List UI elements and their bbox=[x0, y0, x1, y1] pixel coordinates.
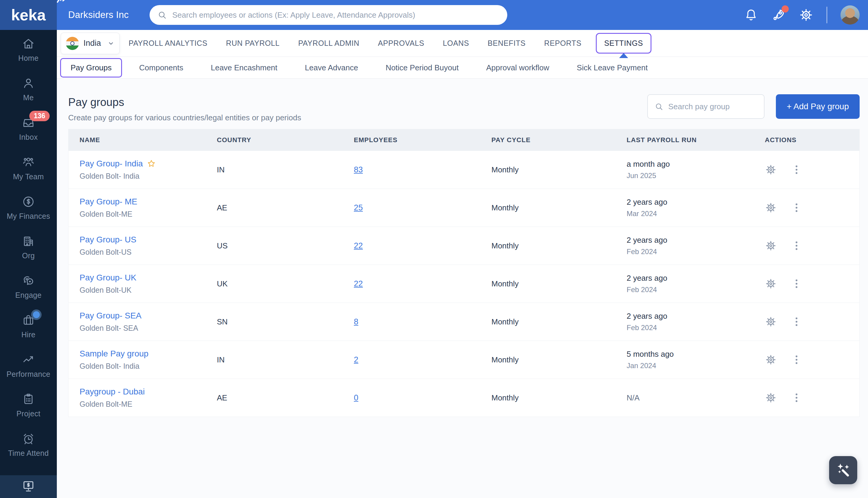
tab-loans[interactable]: LOANS bbox=[443, 39, 469, 48]
sidebar-item-payroll[interactable] bbox=[0, 475, 57, 498]
tab-settings[interactable]: SETTINGS bbox=[596, 33, 651, 54]
performance-icon bbox=[22, 353, 35, 367]
sidebar-item-my-team[interactable]: My Team bbox=[0, 148, 57, 188]
legal-entity-name: Golden Bolt-US bbox=[80, 248, 209, 257]
project-icon bbox=[22, 392, 35, 406]
table-row: Pay Group- India Golden Bolt- India IN 8… bbox=[68, 151, 859, 189]
pay-cycle: Monthly bbox=[484, 279, 619, 289]
pay-group-search-input[interactable] bbox=[668, 102, 757, 112]
row-settings-gear-icon[interactable] bbox=[765, 316, 777, 328]
pay-cycle: Monthly bbox=[484, 165, 619, 174]
magic-wand-icon bbox=[835, 462, 852, 479]
org-icon bbox=[22, 234, 35, 248]
row-settings-gear-icon[interactable] bbox=[765, 240, 777, 252]
whats-new-rocket-icon[interactable] bbox=[771, 8, 786, 22]
sidebar-item-org[interactable]: Org bbox=[0, 227, 57, 267]
employee-count-link[interactable]: 0 bbox=[354, 393, 358, 402]
row-more-kebab-icon[interactable] bbox=[790, 392, 802, 404]
employee-count-link[interactable]: 8 bbox=[354, 317, 358, 326]
pay-group-name-link[interactable]: Pay Group- SEA bbox=[80, 311, 141, 320]
legal-entity-label: India bbox=[83, 39, 101, 48]
pay-group-name-link[interactable]: Pay Group- US bbox=[80, 235, 136, 245]
inbox-count-badge: 136 bbox=[29, 111, 50, 121]
sidebar-item-hire[interactable]: Hire bbox=[0, 306, 57, 346]
magic-wand-button[interactable] bbox=[829, 456, 857, 484]
legal-entity-name: Golden Bolt- India bbox=[80, 362, 209, 370]
row-more-kebab-icon[interactable] bbox=[790, 202, 802, 214]
row-more-kebab-icon[interactable] bbox=[790, 240, 802, 252]
keka-logo: keka bbox=[0, 0, 57, 30]
tab-payroll-admin[interactable]: PAYROLL ADMIN bbox=[298, 39, 360, 48]
tab-run-payroll[interactable]: RUN PAYROLL bbox=[226, 39, 280, 48]
column-header-actions: ACTIONS bbox=[757, 136, 859, 144]
page-header-text: Pay groups Create pay groups for various… bbox=[68, 96, 301, 122]
subtab-pay-groups[interactable]: Pay Groups bbox=[60, 58, 122, 78]
topbar-actions bbox=[744, 0, 859, 30]
sidebar-item-project[interactable]: Project bbox=[0, 385, 57, 425]
sidebar-item-inbox[interactable]: Inbox 136 bbox=[0, 109, 57, 148]
subtab-sick-leave-payment[interactable]: Sick Leave Payment bbox=[577, 63, 648, 73]
subtab-leave-advance[interactable]: Leave Advance bbox=[305, 63, 358, 73]
legal-entity-selector[interactable]: India bbox=[61, 32, 120, 54]
pay-group-name-link[interactable]: Sample Pay group bbox=[80, 349, 148, 358]
row-more-kebab-icon[interactable] bbox=[790, 278, 802, 290]
pay-group-search[interactable] bbox=[647, 94, 764, 119]
sidebar-item-performance[interactable]: Performance bbox=[0, 346, 57, 385]
home-icon bbox=[22, 37, 35, 51]
table-row: Pay Group- US Golden Bolt-US US 22 Month… bbox=[68, 227, 859, 265]
table-row: Pay Group- ME Golden Bolt-ME AE 25 Month… bbox=[68, 189, 859, 227]
pay-group-name-link[interactable]: Pay Group- ME bbox=[80, 197, 137, 207]
subtab-notice-period-buyout[interactable]: Notice Period Buyout bbox=[385, 63, 459, 73]
module-nav: India PAYROLL ANALYTICSRUN PAYROLLPAYROL… bbox=[57, 30, 868, 57]
last-payroll-run: 2 years ago Mar 2024 bbox=[619, 198, 757, 218]
row-settings-gear-icon[interactable] bbox=[765, 164, 777, 176]
row-more-kebab-icon[interactable] bbox=[790, 354, 802, 366]
tab-payroll-analytics[interactable]: PAYROLL ANALYTICS bbox=[128, 39, 207, 48]
logo-spark-icon bbox=[56, 0, 68, 5]
last-payroll-run: 2 years ago Feb 2024 bbox=[619, 312, 757, 332]
row-more-kebab-icon[interactable] bbox=[790, 164, 802, 176]
pay-group-name-link[interactable]: Pay Group- India bbox=[80, 159, 143, 169]
country-code: AE bbox=[209, 203, 346, 212]
subtab-components[interactable]: Components bbox=[139, 63, 183, 73]
settings-gear-icon[interactable] bbox=[799, 8, 813, 22]
page-subtitle: Create pay groups for various countries/… bbox=[68, 113, 301, 122]
payroll-monitor-icon bbox=[22, 479, 35, 493]
table-row: Pay Group- SEA Golden Bolt- SEA SN 8 Mon… bbox=[68, 303, 859, 341]
user-avatar[interactable] bbox=[840, 5, 859, 25]
sidebar: keka Home Me Inbox 136 My Team My Financ… bbox=[0, 0, 57, 498]
global-search[interactable] bbox=[150, 5, 507, 25]
legal-entity-name: Golden Bolt-ME bbox=[80, 210, 209, 219]
global-search-input[interactable] bbox=[172, 11, 500, 20]
pay-cycle: Monthly bbox=[484, 355, 619, 365]
row-settings-gear-icon[interactable] bbox=[765, 278, 777, 290]
tab-benefits[interactable]: BENEFITS bbox=[488, 39, 526, 48]
employee-count-link[interactable]: 25 bbox=[354, 203, 363, 212]
sidebar-item-engage[interactable]: Engage bbox=[0, 267, 57, 306]
employee-count-link[interactable]: 22 bbox=[354, 241, 363, 250]
subtab-leave-encashment[interactable]: Leave Encashment bbox=[211, 63, 277, 73]
row-settings-gear-icon[interactable] bbox=[765, 392, 777, 404]
page-controls: + Add Pay group bbox=[647, 94, 859, 119]
sidebar-item-home[interactable]: Home bbox=[0, 30, 57, 69]
tab-reports[interactable]: REPORTS bbox=[544, 39, 582, 48]
employee-count-link[interactable]: 83 bbox=[354, 165, 363, 174]
sidebar-item-time-attend[interactable]: Time Attend bbox=[0, 425, 57, 464]
pay-group-name-link[interactable]: Pay Group- UK bbox=[80, 273, 136, 283]
notifications-bell-icon[interactable] bbox=[744, 8, 758, 22]
tab-approvals[interactable]: APPROVALS bbox=[378, 39, 424, 48]
subtab-approval-workflow[interactable]: Approval workflow bbox=[486, 63, 549, 73]
column-header-pay-cycle: PAY CYCLE bbox=[484, 136, 619, 144]
pay-group-name-link[interactable]: Paygroup - Dubai bbox=[80, 387, 145, 396]
add-pay-group-button[interactable]: + Add Pay group bbox=[776, 94, 859, 119]
row-settings-gear-icon[interactable] bbox=[765, 202, 777, 214]
employee-count-link[interactable]: 22 bbox=[354, 279, 363, 288]
legal-entity-name: Golden Bolt- India bbox=[80, 172, 209, 181]
time-attend-icon bbox=[22, 432, 35, 446]
sidebar-item-me[interactable]: Me bbox=[0, 69, 57, 109]
sidebar-item-my-finances[interactable]: My Finances bbox=[0, 188, 57, 227]
row-settings-gear-icon[interactable] bbox=[765, 354, 777, 366]
row-more-kebab-icon[interactable] bbox=[790, 316, 802, 328]
sidebar-nav: Home Me Inbox 136 My Team My Finances Or… bbox=[0, 30, 57, 464]
employee-count-link[interactable]: 2 bbox=[354, 355, 358, 364]
